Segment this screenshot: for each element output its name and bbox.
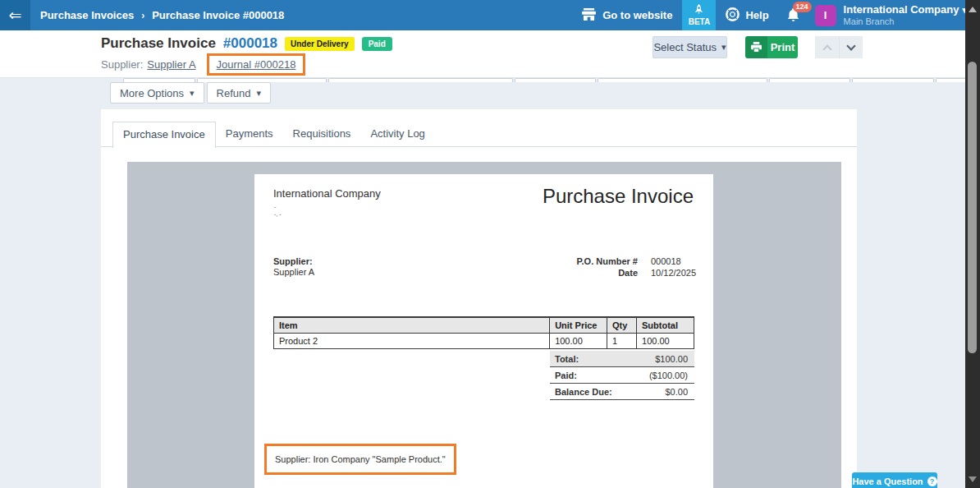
avatar[interactable]: I xyxy=(815,5,836,26)
invoice-card: Purchase Invoice Payments Requisitions A… xyxy=(101,109,857,488)
go-to-website-button[interactable]: Go to website xyxy=(571,0,682,30)
invoice-supplier-label: Supplier: xyxy=(273,256,313,266)
journal-link[interactable]: Journal #000218 xyxy=(217,58,296,71)
breadcrumb-purchase-invoices[interactable]: Purchase Invoices xyxy=(40,9,134,21)
table-row: Product 2 100.00 1 100.00 xyxy=(274,334,694,349)
more-options-button[interactable]: More Options ▾ xyxy=(110,82,204,104)
footer-note: Supplier: Iron Company "Sample Product." xyxy=(275,454,446,464)
tab-payments[interactable]: Payments xyxy=(216,122,283,147)
po-number-label: P.O. Number # xyxy=(577,256,638,266)
header-unit-price: Unit Price xyxy=(550,317,607,334)
cutoff-button[interactable] xyxy=(515,78,596,82)
action-button-row: More Options ▾ Refund ▾ xyxy=(110,82,271,104)
select-status-button[interactable]: Select Status ▾ xyxy=(653,36,727,58)
printer-icon xyxy=(745,36,767,58)
supplier-label: Supplier: xyxy=(101,58,143,71)
title-row: Purchase Invoice #000018 Under Delivery … xyxy=(101,35,392,52)
paid-value: ($100.00) xyxy=(649,371,688,380)
supplier-link[interactable]: Supplier A xyxy=(147,58,195,71)
cell-qty: 1 xyxy=(607,334,637,349)
date-label: Date xyxy=(577,268,638,278)
have-a-question-button[interactable]: Have a Question ? xyxy=(852,472,937,488)
footer-note-annotation-box: Supplier: Iron Company "Sample Product." xyxy=(264,444,456,475)
invoice-doc-title: Purchase Invoice xyxy=(543,185,694,208)
back-arrow-icon: ⇐ xyxy=(9,6,22,25)
cell-unit-price: 100.00 xyxy=(550,334,607,349)
invoice-supplier-name: Supplier A xyxy=(273,267,314,277)
chevron-down-icon xyxy=(846,41,855,50)
balance-due-row: Balance Due: $0.00 xyxy=(550,384,694,400)
breadcrumb: Purchase Invoices › Purchase Invoice #00… xyxy=(40,9,284,21)
next-record-button[interactable] xyxy=(839,36,863,58)
more-options-label: More Options xyxy=(120,87,184,99)
chevron-down-icon: ▾ xyxy=(190,88,195,99)
invoice-address-line1: - xyxy=(274,204,276,209)
back-button[interactable]: ⇐ xyxy=(0,0,30,30)
topbar-right-group: Go to website BETA xyxy=(571,0,980,30)
print-button[interactable]: Print xyxy=(745,36,798,58)
invoice-address-line2: -, - xyxy=(274,211,282,217)
top-navigation-bar: ⇐ Purchase Invoices › Purchase Invoice #… xyxy=(0,0,980,30)
notifications-button[interactable]: 124 xyxy=(779,0,808,30)
invoice-items-table: Item Unit Price Qty Subtotal Product 2 1… xyxy=(273,316,694,349)
rocket-icon xyxy=(694,4,703,16)
subtitle-row: Supplier: Supplier A Journal #000218 xyxy=(101,53,305,76)
chevron-up-icon xyxy=(822,44,831,53)
vertical-scrollbar[interactable] xyxy=(965,0,980,488)
invoice-totals: Total: $100.00 Paid: ($100.00) Balance D… xyxy=(550,351,694,400)
cutoff-button[interactable] xyxy=(936,78,965,82)
tab-requisitions[interactable]: Requisitions xyxy=(283,122,361,147)
header-item: Item xyxy=(274,317,550,334)
table-header-row: Item Unit Price Qty Subtotal xyxy=(274,317,694,334)
question-mark-icon: ? xyxy=(927,476,937,486)
scrollbar-down-arrow[interactable] xyxy=(969,476,977,482)
beta-label: BETA xyxy=(689,17,710,26)
header-subtotal: Subtotal xyxy=(637,317,694,334)
content-area: More Options ▾ Refund ▾ Purchase Invoice… xyxy=(0,78,980,488)
page-header: Purchase Invoice #000018 Under Delivery … xyxy=(0,30,980,78)
header-qty: Qty xyxy=(607,317,637,334)
company-name: International Company▾ xyxy=(844,3,967,16)
breadcrumb-separator-icon: › xyxy=(141,10,144,21)
document-viewer: International Company - -, - Purchase In… xyxy=(127,162,841,488)
balance-due-label: Balance Due: xyxy=(555,387,612,397)
beta-indicator[interactable]: BETA xyxy=(682,0,716,30)
refund-button[interactable]: Refund ▾ xyxy=(207,82,271,104)
cutoff-button[interactable] xyxy=(852,78,934,82)
status-badge-under-delivery: Under Delivery xyxy=(285,37,355,51)
total-label: Total: xyxy=(555,354,579,364)
invoice-meta: P.O. Number # 000018 Date 10/12/2025 xyxy=(577,256,694,278)
status-badge-paid: Paid xyxy=(362,37,392,51)
have-a-question-label: Have a Question xyxy=(852,476,923,486)
cutoff-button[interactable] xyxy=(598,78,767,82)
cell-subtotal: 100.00 xyxy=(637,334,694,349)
company-menu[interactable]: International Company▾ Main Branch xyxy=(844,3,980,28)
po-number-value: 000018 xyxy=(651,256,694,266)
journal-annotation-box: Journal #000218 xyxy=(207,53,306,76)
help-label: Help xyxy=(745,9,768,21)
scrollbar-thumb[interactable] xyxy=(968,62,977,353)
tab-activity-log[interactable]: Activity Log xyxy=(360,122,434,147)
invoice-paper: International Company - -, - Purchase In… xyxy=(254,174,713,488)
branch-name: Main Branch xyxy=(844,16,967,28)
help-button[interactable]: Help xyxy=(716,0,778,30)
select-status-label: Select Status xyxy=(653,41,717,53)
lifebuoy-icon xyxy=(726,7,740,24)
total-value: $100.00 xyxy=(655,354,688,364)
invoice-company-name: International Company xyxy=(273,187,381,200)
paid-row: Paid: ($100.00) xyxy=(550,367,694,384)
notification-count-badge: 124 xyxy=(793,2,812,12)
date-value: 10/12/2025 xyxy=(651,268,694,278)
balance-due-value: $0.00 xyxy=(665,387,688,397)
paid-label: Paid: xyxy=(555,371,577,380)
tab-purchase-invoice[interactable]: Purchase Invoice xyxy=(112,122,216,148)
cell-item: Product 2 xyxy=(274,334,550,349)
previous-record-button[interactable] xyxy=(815,36,839,58)
page-title: Purchase Invoice xyxy=(101,35,216,52)
cutoff-button[interactable] xyxy=(328,78,513,82)
scrollbar-up-arrow[interactable] xyxy=(969,7,977,12)
cutoff-button[interactable] xyxy=(769,78,850,82)
invoice-number: #000018 xyxy=(223,35,277,52)
refund-label: Refund xyxy=(217,87,251,99)
total-row: Total: $100.00 xyxy=(550,351,694,367)
